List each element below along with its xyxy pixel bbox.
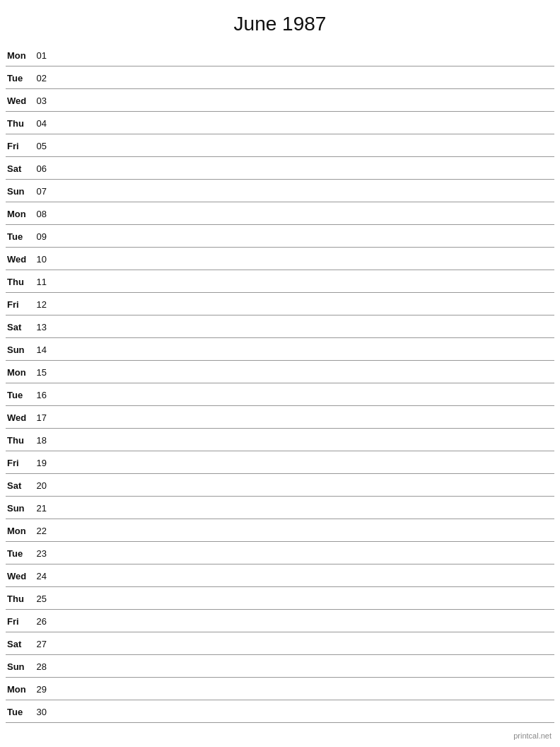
day-row: Wed10 [6, 248, 554, 270]
day-row: Thu18 [6, 429, 554, 451]
day-line [52, 576, 554, 577]
day-row: Fri19 [6, 451, 554, 474]
day-line [52, 327, 554, 328]
day-row: Sat13 [6, 315, 554, 338]
day-name: Mon [6, 209, 33, 219]
day-row: Wed03 [6, 89, 554, 112]
day-number: 30 [33, 707, 52, 717]
day-row: Sun21 [6, 497, 554, 519]
day-row: Mon01 [6, 44, 554, 66]
day-row: Sat20 [6, 474, 554, 497]
day-number: 15 [33, 367, 52, 378]
day-name: Wed [6, 254, 33, 265]
day-number: 16 [33, 390, 52, 400]
day-number: 08 [33, 209, 52, 219]
day-line [52, 666, 554, 667]
day-number: 24 [33, 571, 52, 581]
day-number: 26 [33, 616, 52, 627]
day-number: 14 [33, 344, 52, 355]
day-line [52, 123, 554, 124]
day-line [52, 349, 554, 350]
day-line [52, 508, 554, 509]
day-number: 22 [33, 526, 52, 536]
day-line [52, 440, 554, 441]
day-line [52, 282, 554, 282]
day-name: Sun [6, 503, 33, 514]
day-line [52, 146, 554, 146]
day-row: Thu11 [6, 270, 554, 293]
day-name: Tue [6, 390, 33, 400]
day-row: Tue09 [6, 225, 554, 248]
day-row: Sun28 [6, 655, 554, 678]
day-row: Sun07 [6, 180, 554, 202]
day-name: Wed [6, 571, 33, 581]
day-number: 13 [33, 322, 52, 332]
day-number: 21 [33, 503, 52, 514]
day-number: 27 [33, 639, 52, 649]
day-line [52, 598, 554, 599]
day-name: Thu [6, 435, 33, 446]
day-name: Tue [6, 707, 33, 717]
day-line [52, 55, 554, 56]
day-number: 19 [33, 458, 52, 468]
page-title: June 1987 [0, 0, 560, 44]
day-name: Fri [6, 616, 33, 627]
day-number: 04 [33, 118, 52, 129]
day-number: 06 [33, 163, 52, 174]
day-name: Tue [6, 73, 33, 83]
day-number: 25 [33, 593, 52, 604]
day-line [52, 304, 554, 305]
day-name: Sat [6, 163, 33, 174]
day-name: Wed [6, 412, 33, 423]
day-line [52, 395, 554, 395]
day-name: Mon [6, 367, 33, 378]
day-number: 01 [33, 50, 52, 61]
day-row: Fri12 [6, 293, 554, 315]
day-number: 02 [33, 73, 52, 83]
day-name: Tue [6, 548, 33, 559]
day-row: Sat27 [6, 632, 554, 655]
day-row: Fri26 [6, 610, 554, 632]
day-name: Sat [6, 480, 33, 491]
day-name: Wed [6, 95, 33, 106]
day-number: 23 [33, 548, 52, 559]
day-line [52, 259, 554, 260]
footer-text: printcal.net [513, 731, 552, 740]
day-name: Mon [6, 526, 33, 536]
day-line [52, 531, 554, 531]
day-number: 05 [33, 141, 52, 151]
day-line [52, 689, 554, 690]
day-line [52, 214, 554, 214]
day-row: Thu25 [6, 587, 554, 610]
day-line [52, 553, 554, 554]
day-line [52, 417, 554, 418]
day-line [52, 463, 554, 463]
day-name: Thu [6, 277, 33, 287]
day-name: Fri [6, 141, 33, 151]
day-name: Thu [6, 593, 33, 604]
day-name: Sun [6, 661, 33, 672]
day-row: Sun14 [6, 338, 554, 361]
day-number: 10 [33, 254, 52, 265]
calendar-grid: Mon01Tue02Wed03Thu04Fri05Sat06Sun07Mon08… [0, 44, 560, 723]
day-row: Wed24 [6, 564, 554, 587]
day-number: 18 [33, 435, 52, 446]
day-row: Mon08 [6, 202, 554, 225]
day-line [52, 100, 554, 101]
day-line [52, 644, 554, 644]
day-line [52, 485, 554, 486]
day-number: 07 [33, 186, 52, 197]
day-row: Sat06 [6, 157, 554, 180]
day-row: Mon29 [6, 678, 554, 700]
day-name: Thu [6, 118, 33, 129]
day-row: Tue30 [6, 700, 554, 723]
day-number: 28 [33, 661, 52, 672]
day-row: Tue16 [6, 383, 554, 406]
day-number: 11 [33, 277, 52, 287]
day-line [52, 191, 554, 192]
day-name: Mon [6, 50, 33, 61]
day-row: Mon15 [6, 361, 554, 383]
day-number: 29 [33, 684, 52, 695]
day-row: Mon22 [6, 519, 554, 542]
day-row: Fri05 [6, 134, 554, 157]
